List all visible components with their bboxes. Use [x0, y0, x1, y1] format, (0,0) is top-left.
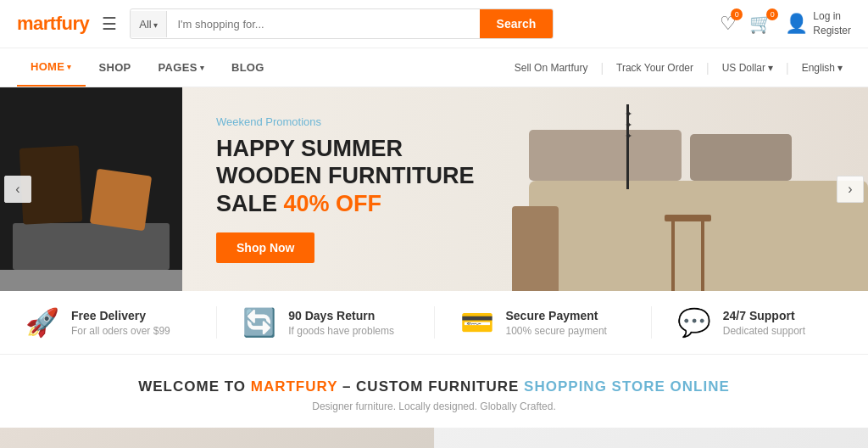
nav-track[interactable]: Track Your Order	[608, 50, 702, 86]
wishlist-badge: 0	[731, 8, 743, 20]
chevron-down-icon: ▾	[768, 62, 773, 74]
hero-title-accent: 40% OFF	[284, 191, 382, 216]
hero-promo-label: Weekend Promotions	[216, 115, 474, 128]
logo-text: mart	[17, 13, 56, 34]
welcome-prefix: WELCOME TO	[138, 378, 251, 395]
hamburger-icon[interactable]: ☰	[102, 14, 117, 34]
feature-title: 90 Days Return	[288, 309, 394, 322]
hero-banner: ✦✦✦ Weekend Promotions HAPPY SUMMER WOOD…	[0, 87, 868, 291]
feature-support: 💬 24/7 Support Dedicated support	[652, 306, 868, 339]
feature-text: 24/7 Support Dedicated support	[723, 309, 805, 337]
user-icon: 👤	[785, 13, 808, 35]
welcome-middle: – CUSTOM FURNITURE	[337, 378, 524, 395]
nav-item-pages[interactable]: PAGES ▾	[145, 49, 218, 86]
card-wooden[interactable]: WOODEN MINIMALISTIC	[0, 428, 434, 448]
chevron-down-icon: ▾	[67, 63, 71, 71]
shop-now-button[interactable]: Shop Now	[216, 232, 314, 263]
login-text: Log in Register	[813, 9, 851, 38]
feature-text: 90 Days Return If goods have problems	[288, 309, 394, 337]
nav-divider: |	[786, 61, 789, 75]
feature-title: 24/7 Support	[723, 309, 805, 322]
search-category-select[interactable]: All	[131, 11, 167, 37]
nav-right: Sell On Martfury | Track Your Order | US…	[506, 50, 851, 86]
feature-title: Secure Payment	[506, 309, 607, 322]
feature-returns: 🔄 90 Days Return If goods have problems	[217, 306, 434, 339]
header: martfury ☰ All Search ♡ 0 🛒 0 👤 Log in R…	[0, 0, 868, 48]
register-label: Register	[813, 24, 851, 38]
bottom-cards: WOODEN MINIMALISTIC Dreamsork PACK 5 PIL…	[0, 428, 868, 448]
feature-subtitle: For all oders over $99	[71, 325, 170, 337]
welcome-title: WELCOME TO MARTFURY – CUSTOM FURNITURE S…	[17, 378, 851, 395]
hero-next-button[interactable]: ›	[837, 176, 864, 203]
rocket-icon: 🚀	[25, 306, 59, 339]
support-icon: 💬	[677, 306, 711, 339]
feature-text: Secure Payment 100% secure payment	[506, 309, 607, 337]
hero-title-prefix: SALE	[216, 191, 284, 216]
cart-button[interactable]: 🛒 0	[749, 13, 772, 35]
wishlist-button[interactable]: ♡ 0	[720, 13, 737, 35]
nav-item-blog[interactable]: BLOG	[218, 49, 278, 86]
hero-title-line1: HAPPY SUMMER	[216, 135, 474, 162]
return-icon: 🔄	[242, 306, 276, 339]
feature-title: Free Delivery	[71, 309, 170, 322]
welcome-brand: MARTFURY	[251, 378, 337, 395]
nav-item-home[interactable]: HOME ▾	[17, 48, 86, 87]
nav-language[interactable]: English ▾	[793, 50, 851, 86]
nav-left: HOME ▾ SHOP PAGES ▾ BLOG	[17, 48, 278, 87]
welcome-subtitle: Designer furniture. Locally designed. Gl…	[17, 400, 851, 412]
card-pillows[interactable]: Dreamsork PACK 5 PILLOWS FOR YOUR DREAM	[434, 428, 869, 448]
logo-accent: fury	[56, 13, 90, 34]
feature-text: Free Delivery For all oders over $99	[71, 309, 170, 337]
feature-subtitle: Dedicated support	[723, 325, 805, 337]
hero-title-line3: SALE 40% OFF	[216, 190, 474, 217]
feature-subtitle: 100% secure payment	[506, 325, 607, 337]
nav-sell[interactable]: Sell On Martfury	[506, 50, 597, 86]
search-bar: All Search	[130, 8, 554, 39]
chevron-down-icon: ▾	[837, 62, 843, 74]
hero-candle-stand: ✦✦✦	[625, 104, 631, 142]
nav-divider: |	[706, 61, 709, 75]
login-label: Log in	[813, 9, 851, 24]
hero-title-line2: WOODEN FURNTITURE	[216, 162, 474, 189]
nav-divider: |	[600, 61, 604, 75]
search-input[interactable]	[167, 11, 479, 37]
feature-secure-payment: 💳 Secure Payment 100% secure payment	[435, 306, 652, 339]
chevron-down-icon: ▾	[200, 64, 204, 72]
welcome-store: SHOPPING STORE ONLINE	[524, 378, 730, 395]
header-icons: ♡ 0 🛒 0 👤 Log in Register	[720, 9, 851, 38]
hero-stool	[665, 215, 711, 291]
payment-icon: 💳	[460, 306, 494, 339]
navigation: HOME ▾ SHOP PAGES ▾ BLOG Sell On Martfur…	[0, 48, 868, 87]
features-bar: 🚀 Free Delivery For all oders over $99 🔄…	[0, 291, 868, 355]
hero-title: HAPPY SUMMER WOODEN FURNTITURE SALE 40% …	[216, 135, 474, 217]
search-button[interactable]: Search	[480, 9, 554, 38]
logo[interactable]: martfury	[17, 13, 89, 35]
hero-content: Weekend Promotions HAPPY SUMMER WOODEN F…	[0, 115, 474, 263]
nav-item-shop[interactable]: SHOP	[86, 49, 145, 86]
feature-free-delivery: 🚀 Free Delivery For all oders over $99	[0, 306, 217, 339]
feature-subtitle: If goods have problems	[288, 325, 394, 337]
cart-badge: 0	[766, 8, 778, 20]
hero-prev-button[interactable]: ‹	[4, 176, 31, 203]
login-area[interactable]: 👤 Log in Register	[785, 9, 851, 38]
nav-currency[interactable]: US Dollar ▾	[714, 50, 782, 86]
welcome-section: WELCOME TO MARTFURY – CUSTOM FURNITURE S…	[0, 355, 868, 428]
